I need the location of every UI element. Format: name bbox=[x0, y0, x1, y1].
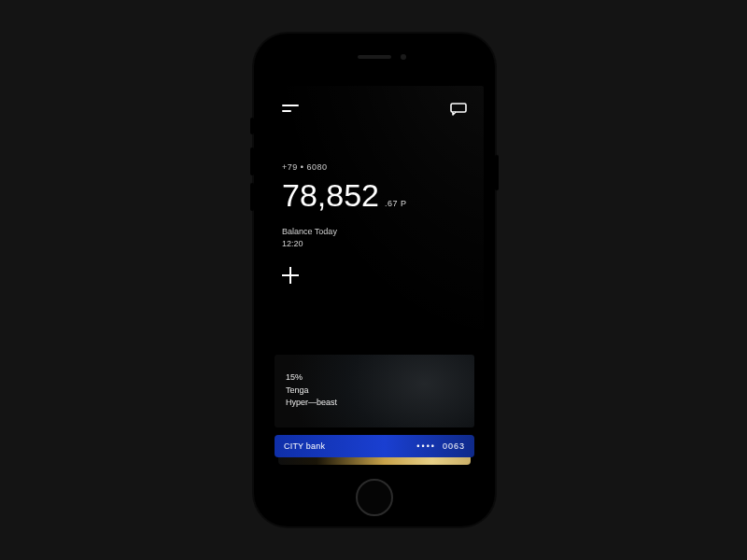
menu-icon[interactable] bbox=[282, 105, 299, 114]
app-screen: +79 • 6080 78,852 .67 P Balance Today 12… bbox=[265, 86, 484, 470]
balance-amount-main: 78,852 bbox=[282, 179, 379, 211]
phone-frame: +79 • 6080 78,852 .67 P Balance Today 12… bbox=[254, 34, 495, 526]
svg-rect-0 bbox=[451, 104, 466, 112]
chat-icon[interactable] bbox=[450, 103, 467, 116]
account-number-masked: +79 • 6080 bbox=[282, 162, 467, 172]
balance-amount-minor: .67 P bbox=[385, 199, 407, 208]
promo-tile[interactable]: 15% Tenga Hyper—beast bbox=[275, 355, 474, 427]
hw-front-camera bbox=[401, 54, 406, 60]
promo-line1: Tenga bbox=[286, 385, 337, 398]
balance-subtext: Balance Today 12:20 bbox=[282, 226, 467, 250]
promo-line2: Hyper—beast bbox=[286, 397, 337, 410]
hw-volume-down bbox=[250, 183, 254, 211]
promo-text: 15% Tenga Hyper—beast bbox=[286, 371, 337, 410]
card-bank-name: CITY bank bbox=[284, 441, 325, 451]
balance-label: Balance Today bbox=[282, 226, 467, 238]
hw-speaker bbox=[358, 55, 391, 59]
hw-power-button bbox=[495, 155, 499, 190]
promo-percent: 15% bbox=[286, 371, 337, 385]
balance: 78,852 .67 P bbox=[282, 179, 467, 211]
card-stack: CITY bank •••• 0063 bbox=[275, 433, 474, 465]
card-mask-dots: •••• bbox=[416, 441, 436, 451]
add-button[interactable] bbox=[282, 267, 299, 284]
balance-time: 12:20 bbox=[282, 238, 467, 250]
hw-silence-switch bbox=[250, 118, 254, 134]
hw-volume-up bbox=[250, 147, 254, 175]
card-last4-digits: 0063 bbox=[443, 441, 465, 451]
hw-home-button[interactable] bbox=[356, 479, 393, 516]
app-header bbox=[282, 101, 467, 118]
card-last4: •••• 0063 bbox=[416, 441, 465, 451]
card-primary[interactable]: CITY bank •••• 0063 bbox=[275, 435, 474, 457]
